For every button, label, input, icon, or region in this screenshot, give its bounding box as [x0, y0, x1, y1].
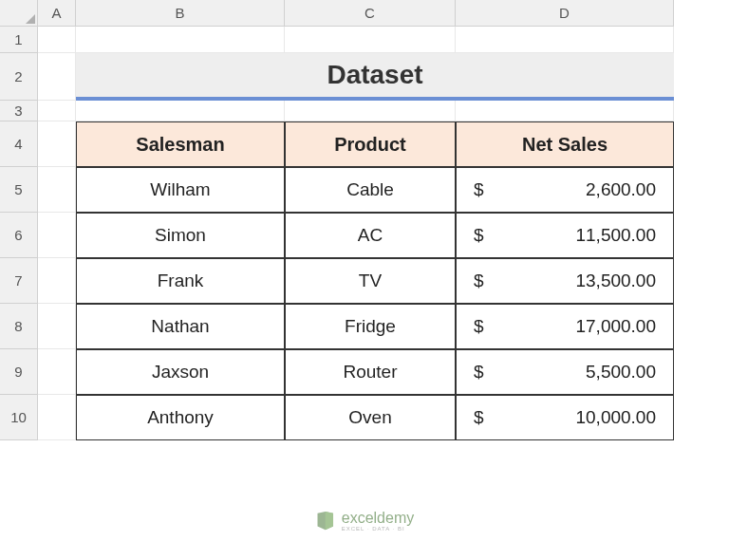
- col-header-c[interactable]: C: [285, 0, 456, 27]
- cell-product-3[interactable]: Fridge: [285, 304, 456, 349]
- cell-salesman-2[interactable]: Frank: [76, 258, 285, 304]
- cell-a7[interactable]: [38, 258, 76, 304]
- amount-value: 17,000.00: [484, 316, 656, 337]
- cell-a8[interactable]: [38, 304, 76, 349]
- cell-a1[interactable]: [38, 27, 76, 53]
- col-header-a[interactable]: A: [38, 0, 76, 27]
- amount-value: 10,000.00: [484, 407, 656, 428]
- cell-c1[interactable]: [285, 27, 456, 53]
- cell-product-4[interactable]: Router: [285, 349, 456, 395]
- cell-a5[interactable]: [38, 167, 76, 213]
- row-header-7[interactable]: 7: [0, 258, 38, 304]
- cell-a10[interactable]: [38, 395, 76, 440]
- cell-product-2[interactable]: TV: [285, 258, 456, 304]
- select-all-corner[interactable]: [0, 0, 38, 27]
- cell-a6[interactable]: [38, 213, 76, 258]
- cell-salesman-0[interactable]: Wilham: [76, 167, 285, 213]
- row-header-3[interactable]: 3: [0, 101, 38, 121]
- amount-value: 11,500.00: [484, 225, 656, 246]
- spreadsheet-grid: A B C D 1 2 Dataset 3 4 Salesman Product…: [0, 0, 729, 440]
- cell-b1[interactable]: [76, 27, 285, 53]
- cell-netsales-1[interactable]: $ 11,500.00: [456, 213, 674, 258]
- row-header-1[interactable]: 1: [0, 27, 38, 53]
- row-header-8[interactable]: 8: [0, 304, 38, 349]
- row-header-5[interactable]: 5: [0, 167, 38, 213]
- cell-netsales-3[interactable]: $ 17,000.00: [456, 304, 674, 349]
- cell-a4[interactable]: [38, 121, 76, 167]
- row-header-2[interactable]: 2: [0, 53, 38, 101]
- cell-salesman-5[interactable]: Anthony: [76, 395, 285, 440]
- cell-a9[interactable]: [38, 349, 76, 395]
- header-net-sales[interactable]: Net Sales: [456, 121, 674, 167]
- amount-value: 13,500.00: [484, 271, 656, 291]
- header-salesman[interactable]: Salesman: [76, 121, 285, 167]
- currency-symbol: $: [474, 179, 484, 200]
- currency-symbol: $: [474, 271, 484, 291]
- cell-a2[interactable]: [38, 53, 76, 101]
- cell-c3[interactable]: [285, 101, 456, 121]
- cell-netsales-5[interactable]: $ 10,000.00: [456, 395, 674, 440]
- watermark: exceldemy EXCEL · DATA · BI: [315, 511, 414, 532]
- cell-d3[interactable]: [456, 101, 674, 121]
- currency-symbol: $: [474, 407, 484, 428]
- cell-product-1[interactable]: AC: [285, 213, 456, 258]
- cell-salesman-1[interactable]: Simon: [76, 213, 285, 258]
- currency-symbol: $: [474, 225, 484, 246]
- cell-a3[interactable]: [38, 101, 76, 121]
- amount-value: 5,500.00: [484, 362, 656, 383]
- currency-symbol: $: [474, 362, 484, 383]
- cell-netsales-0[interactable]: $ 2,600.00: [456, 167, 674, 213]
- col-header-d[interactable]: D: [456, 0, 674, 27]
- amount-value: 2,600.00: [484, 179, 656, 200]
- row-header-4[interactable]: 4: [0, 121, 38, 167]
- col-header-b[interactable]: B: [76, 0, 285, 27]
- cell-product-5[interactable]: Oven: [285, 395, 456, 440]
- cell-d1[interactable]: [456, 27, 674, 53]
- watermark-text: exceldemy EXCEL · DATA · BI: [342, 511, 414, 532]
- dataset-title[interactable]: Dataset: [76, 53, 674, 101]
- row-header-9[interactable]: 9: [0, 349, 38, 395]
- watermark-main: exceldemy: [342, 511, 414, 526]
- exceldemy-icon: [315, 511, 336, 532]
- cell-netsales-4[interactable]: $ 5,500.00: [456, 349, 674, 395]
- row-header-6[interactable]: 6: [0, 213, 38, 258]
- currency-symbol: $: [474, 316, 484, 337]
- watermark-sub: EXCEL · DATA · BI: [342, 526, 414, 532]
- cell-product-0[interactable]: Cable: [285, 167, 456, 213]
- cell-salesman-3[interactable]: Nathan: [76, 304, 285, 349]
- cell-salesman-4[interactable]: Jaxson: [76, 349, 285, 395]
- header-product[interactable]: Product: [285, 121, 456, 167]
- cell-netsales-2[interactable]: $ 13,500.00: [456, 258, 674, 304]
- cell-b3[interactable]: [76, 101, 285, 121]
- row-header-10[interactable]: 10: [0, 395, 38, 440]
